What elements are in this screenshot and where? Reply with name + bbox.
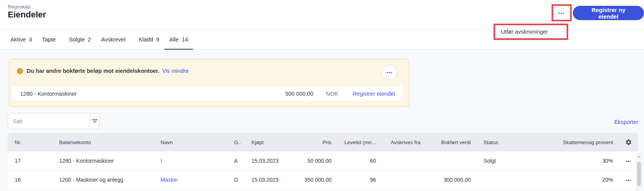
gear-icon [625, 139, 632, 146]
cell-bokfort-verdi [426, 151, 477, 170]
table-scrollbar[interactable]: ▲ [636, 153, 642, 191]
cell-skattemessig-prosent: 20% [555, 170, 619, 189]
cell-pris: 50 000,00 [285, 151, 337, 170]
table-header-row: Nr. Balansekonto Navn G.. Kjøpt Pris Lev… [8, 133, 638, 151]
more-options-icon: ••• [386, 71, 393, 75]
cell-balansekonto: 1280 - Kontormaskiner [52, 151, 154, 170]
tab-label: Solgte [69, 36, 85, 43]
warning-message: Du har andre bokførte beløp mot eiendels… [27, 68, 159, 74]
warning-banner-header: i Du har andre bokførte beløp mot eiende… [17, 68, 188, 74]
search-box [8, 113, 100, 129]
tab-count: 3 [29, 36, 32, 43]
cell-levetid: 96 [337, 170, 382, 189]
tab-count: 9 [156, 36, 159, 43]
breadcrumb: Regnskap [8, 4, 31, 10]
cell-pris: 350 000,00 [285, 170, 337, 189]
filter-lines-icon [92, 119, 98, 124]
col-header-skattemessig-prosent: Skattemessig prosent [555, 133, 619, 151]
cell-g: D [227, 170, 244, 189]
register-asset-link[interactable]: Registrer eiendel [352, 91, 395, 97]
cell-bokfort-verdi: 300 000,00 [426, 170, 477, 189]
cell-g: A [227, 151, 244, 170]
scrollbar-up-arrow-icon[interactable]: ▲ [636, 155, 642, 158]
col-header-navn: Navn [154, 133, 227, 151]
cell-kjopt: 15.03.2023 [244, 151, 285, 170]
col-header-avskrives-fra: Avskrives fra [382, 133, 426, 151]
table-row: 16 1200 - Maskiner og anlegg Maskin D 15… [8, 170, 638, 189]
filter-button[interactable] [90, 114, 99, 129]
cell-kjopt: 15.03.2023 [244, 170, 285, 189]
cell-avskrives-fra [382, 170, 426, 189]
banner-more-options-button[interactable]: ••• [382, 65, 397, 80]
row-menu-button[interactable]: ••• [626, 178, 631, 182]
tab-label: Avskrevet [101, 36, 125, 43]
table-row: 17 1280 - Kontormaskiner I A 15.03.2023 … [8, 151, 638, 170]
tab-tapte[interactable]: Tapte [37, 30, 64, 49]
cell-skattemessig-prosent: 30% [555, 151, 619, 170]
header-more-options-button[interactable]: ••• [554, 5, 569, 21]
col-header-bokfort-verdi: Bokført verdi [426, 133, 477, 151]
col-header-status: Status [477, 133, 555, 151]
warning-banner: i Du har andre bokførte beløp mot eiende… [9, 59, 409, 107]
row-menu-button[interactable]: ••• [626, 159, 631, 163]
account-currency: NOK [326, 91, 338, 97]
tab-count: 2 [88, 36, 91, 43]
show-less-link[interactable]: Vis mindre [162, 68, 188, 74]
col-header-levetid: Levetid (mn... [337, 133, 382, 151]
register-new-asset-button[interactable]: Registrer ny eiendel [573, 6, 644, 20]
tab-count: 14 [182, 36, 188, 43]
tab-kladd[interactable]: Kladd 9 [134, 30, 164, 49]
col-header-g: G.. [227, 133, 244, 151]
tab-label: Kladd [139, 36, 153, 43]
tab-solgte[interactable]: Solgte 2 [64, 30, 96, 49]
asset-name-link[interactable]: I [161, 158, 162, 164]
cell-balansekonto: 1200 - Maskiner og anlegg [52, 170, 154, 189]
tab-avskrevet[interactable]: Avskrevet [96, 30, 133, 49]
asset-name-link[interactable]: Maskin [161, 177, 178, 183]
col-header-nr: Nr. [8, 133, 52, 151]
col-header-kjopt: Kjøpt [244, 133, 285, 151]
tab-aktive[interactable]: Aktive 3 [5, 30, 37, 49]
more-options-icon: ••• [559, 11, 565, 15]
tab-label: Alle [169, 36, 179, 43]
banner-account-row: 1280 - Kontormaskiner 500 000,00 NOK Reg… [12, 86, 403, 101]
account-amount: 500 000,00 [285, 91, 313, 97]
cell-status: Solgt [477, 151, 555, 170]
tab-label: Aktive [10, 36, 26, 43]
info-icon: i [17, 68, 23, 74]
col-header-balansekonto: Balansekonto [52, 133, 154, 151]
col-header-pris: Pris [285, 133, 337, 151]
tab-alle[interactable]: Alle 14 [164, 30, 193, 49]
export-link[interactable]: Eksporter [614, 119, 638, 125]
cell-status [477, 170, 555, 189]
cell-avskrives-fra [382, 151, 426, 170]
search-input[interactable] [8, 114, 90, 129]
column-settings-button[interactable] [625, 139, 632, 146]
cell-nr: 16 [8, 170, 52, 189]
tab-label: Tapte [42, 36, 56, 43]
content-area: i Du har andre bokførte beløp mot eiende… [0, 50, 644, 191]
asset-table: Nr. Balansekonto Navn G.. Kjøpt Pris Lev… [8, 133, 638, 191]
scrollbar-thumb[interactable] [637, 162, 641, 186]
page-title: Eiendeler [8, 10, 46, 20]
menu-item-utfor-avskrivninger[interactable]: Utfør avskrivninger [495, 26, 565, 38]
cell-nr: 17 [8, 151, 52, 170]
account-name: 1280 - Kontormaskiner [20, 91, 285, 97]
cell-levetid: 60 [337, 151, 382, 170]
